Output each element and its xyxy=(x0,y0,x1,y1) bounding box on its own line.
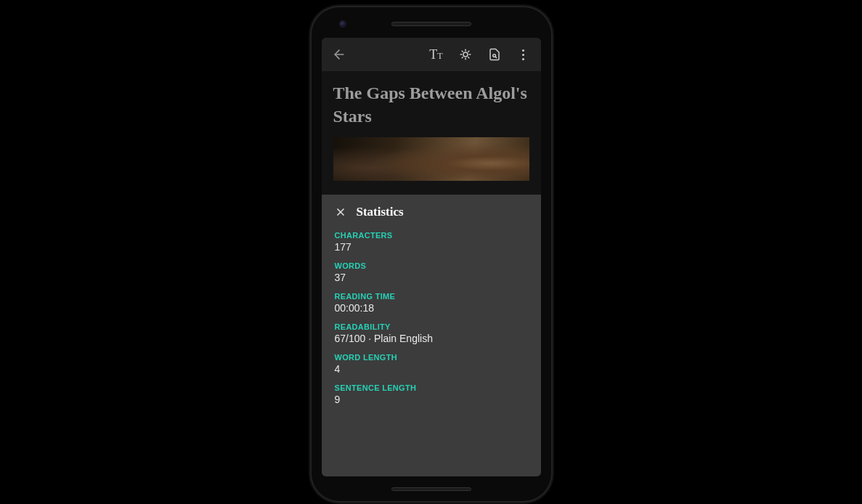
phone-frame: TT The Gaps Between Algol's Stars Stat xyxy=(312,7,551,501)
document-title: The Gaps Between Algol's Stars xyxy=(322,71,541,136)
typography-icon: TT xyxy=(429,47,442,62)
svg-line-8 xyxy=(462,57,463,58)
document-hero-image xyxy=(333,137,529,181)
statistics-sheet: Statistics CHARACTERS 177 WORDS 37 READI… xyxy=(322,195,541,476)
toolbar: TT xyxy=(322,38,541,71)
arrow-left-icon xyxy=(332,47,346,62)
stat-sentence-length: SENTENCE LENGTH 9 xyxy=(335,383,528,405)
typography-button[interactable]: TT xyxy=(423,41,450,68)
document-content: The Gaps Between Algol's Stars Statistic… xyxy=(322,71,541,476)
stat-value: 9 xyxy=(335,394,528,405)
search-in-page-button[interactable] xyxy=(481,41,508,68)
back-button[interactable] xyxy=(326,41,352,68)
more-vertical-icon xyxy=(522,49,524,60)
phone-speaker-bottom xyxy=(391,487,471,491)
stat-reading-time: READING TIME 00:00:18 xyxy=(335,292,528,314)
sheet-header: Statistics xyxy=(335,205,528,219)
stat-label: WORD LENGTH xyxy=(335,353,528,362)
stat-label: SENTENCE LENGTH xyxy=(335,383,528,392)
svg-line-9 xyxy=(468,51,468,52)
lightbulb-icon xyxy=(459,48,472,61)
svg-point-10 xyxy=(492,54,495,57)
close-button[interactable] xyxy=(335,206,346,218)
stat-readability: READABILITY 67/100 · Plain English xyxy=(335,322,528,344)
stat-label: CHARACTERS xyxy=(335,231,528,240)
stat-label: READING TIME xyxy=(335,292,528,301)
stat-label: READABILITY xyxy=(335,322,528,331)
stat-value: 00:00:18 xyxy=(335,302,528,314)
screen: TT The Gaps Between Algol's Stars Stat xyxy=(322,38,541,476)
stat-value: 37 xyxy=(335,272,528,283)
stat-word-length: WORD LENGTH 4 xyxy=(335,353,528,375)
stat-words: WORDS 37 xyxy=(335,261,528,283)
sheet-title: Statistics xyxy=(357,205,404,219)
stat-value: 177 xyxy=(335,241,528,253)
stat-value: 67/100 · Plain English xyxy=(335,333,528,344)
theme-button[interactable] xyxy=(452,41,479,68)
svg-line-11 xyxy=(495,57,496,58)
stat-characters: CHARACTERS 177 xyxy=(335,231,528,253)
stat-value: 4 xyxy=(335,363,528,375)
svg-point-1 xyxy=(463,52,468,57)
more-menu-button[interactable] xyxy=(511,41,537,68)
phone-camera xyxy=(339,20,346,28)
find-in-page-icon xyxy=(488,48,501,61)
phone-speaker-top xyxy=(391,22,471,26)
stat-label: WORDS xyxy=(335,261,528,270)
close-icon xyxy=(335,206,346,218)
svg-line-7 xyxy=(468,57,468,58)
svg-line-6 xyxy=(462,51,463,52)
